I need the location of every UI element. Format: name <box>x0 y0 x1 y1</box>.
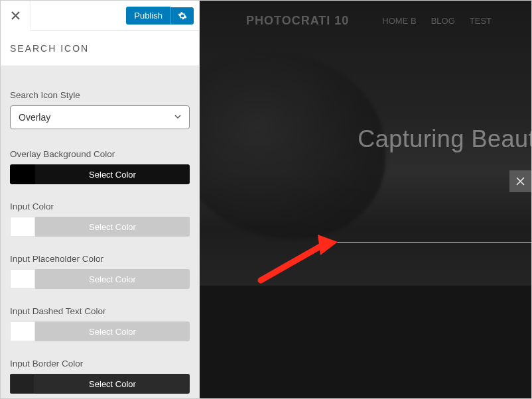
overlay-bg-label: Overlay Background Color <box>10 149 190 159</box>
input-color-row: Input Color Select Color <box>10 201 190 237</box>
nav-link[interactable]: BLOG <box>431 16 455 26</box>
dashed-text-color-row: Input Dashed Text Color Select Color <box>10 306 190 341</box>
input-color-picker[interactable]: Select Color <box>10 217 190 237</box>
nav-link[interactable]: TEST <box>470 16 492 26</box>
border-color-picker[interactable]: Select Color <box>10 374 190 394</box>
select-color-button[interactable]: Select Color <box>35 164 190 184</box>
sidebar-header: Publish <box>1 1 199 31</box>
color-swatch <box>10 374 35 394</box>
dashed-text-color-label: Input Dashed Text Color <box>10 306 190 316</box>
color-swatch <box>10 269 35 289</box>
border-color-row: Input Border Color Select Color <box>10 359 190 394</box>
customizer-sidebar: Publish SEARCH ICON Search Icon Style Ov… <box>1 1 200 398</box>
dashed-text-color-picker[interactable]: Select Color <box>10 321 190 341</box>
placeholder-color-row: Input Placeholder Color Select Color <box>10 254 190 289</box>
close-icon <box>515 176 525 186</box>
panel-body: Search Icon Style Overlay Overlay Backgr… <box>1 66 199 398</box>
publish-button[interactable]: Publish <box>126 7 170 25</box>
select-color-button[interactable]: Select Color <box>35 269 190 289</box>
close-icon <box>11 11 20 20</box>
site-brand: PHOTOCRATI 10 <box>246 14 349 28</box>
close-customizer-button[interactable] <box>1 1 31 31</box>
header-actions: Publish <box>126 7 194 25</box>
color-swatch <box>10 321 35 341</box>
search-input-underline[interactable] <box>327 242 531 243</box>
select-color-button[interactable]: Select Color <box>35 374 190 394</box>
border-color-label: Input Border Color <box>10 359 190 369</box>
preview-nav: PHOTOCRATI 10 HOME B BLOG TEST <box>200 14 531 28</box>
style-select-wrap: Overlay <box>10 105 190 129</box>
style-label: Search Icon Style <box>10 90 190 100</box>
overlay-close-button[interactable] <box>509 170 531 192</box>
color-swatch <box>10 164 35 184</box>
select-color-button[interactable]: Select Color <box>35 321 190 341</box>
settings-button[interactable] <box>170 7 194 25</box>
overlay-bg-row: Overlay Background Color Select Color <box>10 149 190 184</box>
gear-icon <box>178 11 187 21</box>
nav-link[interactable]: HOME B <box>382 16 416 26</box>
placeholder-color-label: Input Placeholder Color <box>10 254 190 264</box>
overlay-bg-picker[interactable]: Select Color <box>10 164 190 184</box>
section-title-bar: SEARCH ICON <box>1 31 199 66</box>
input-color-label: Input Color <box>10 201 190 211</box>
preview-pane: PHOTOCRATI 10 HOME B BLOG TEST Capturing… <box>200 1 531 398</box>
style-select[interactable]: Overlay <box>10 105 190 129</box>
select-color-button[interactable]: Select Color <box>35 217 190 237</box>
section-title: SEARCH ICON <box>10 43 190 54</box>
hero-heading: Capturing Beaut <box>358 125 531 153</box>
nav-links: HOME B BLOG TEST <box>382 16 492 26</box>
placeholder-color-picker[interactable]: Select Color <box>10 269 190 289</box>
color-swatch <box>10 217 35 237</box>
